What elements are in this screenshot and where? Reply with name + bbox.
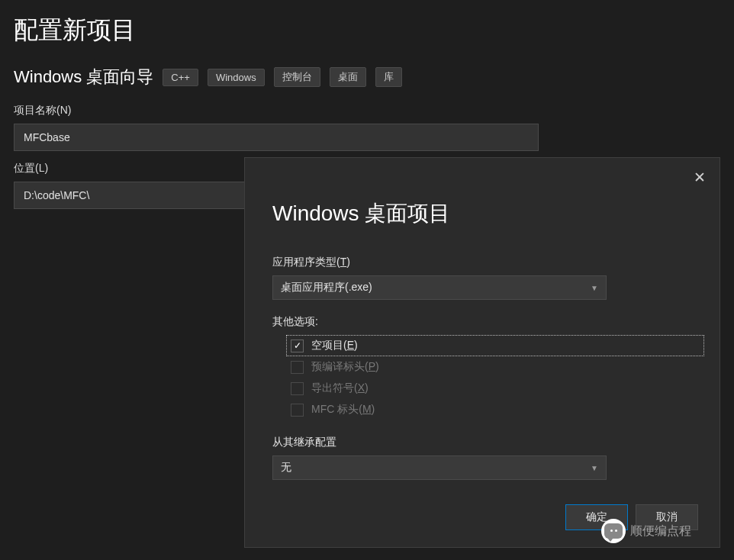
- chevron-down-icon: ▼: [591, 464, 598, 472]
- app-type-dropdown[interactable]: 桌面应用程序(.exe) ▼: [272, 275, 607, 300]
- watermark-text: 顺便编点程: [630, 523, 691, 539]
- other-options-label: 其他选项:: [272, 315, 692, 329]
- checkbox-mfc-header: [291, 404, 304, 417]
- tag-library: 库: [375, 67, 402, 87]
- wechat-icon: [601, 519, 626, 543]
- other-options-group: 空项目(E) 预编译标头(P) 导出符号(X) MFC 标头(M): [286, 335, 692, 420]
- tag-windows: Windows: [208, 69, 265, 86]
- checkbox-row-precompiled-header: 预编译标头(P): [286, 356, 692, 378]
- checkbox-row-export-symbols: 导出符号(X): [286, 378, 692, 399]
- app-type-label: 应用程序类型(T): [272, 256, 692, 269]
- checkbox-label-precompiled-header: 预编译标头(P): [311, 360, 379, 374]
- desktop-project-modal: ✕ Windows 桌面项目 应用程序类型(T) 桌面应用程序(.exe) ▼ …: [244, 157, 720, 548]
- checkbox-export-symbols: [291, 382, 304, 395]
- checkbox-row-mfc-header: MFC 标头(M): [286, 399, 692, 420]
- checkbox-row-empty-project[interactable]: 空项目(E): [286, 335, 704, 356]
- checkbox-label-mfc-header: MFC 标头(M): [311, 403, 375, 417]
- wizard-subtitle: Windows 桌面向导: [14, 66, 153, 89]
- tag-console: 控制台: [274, 67, 320, 87]
- chevron-down-icon: ▼: [591, 284, 598, 292]
- checkbox-label-empty-project: 空项目(E): [311, 339, 358, 352]
- page-title: 配置新项目: [14, 14, 720, 47]
- watermark: 顺便编点程: [601, 519, 691, 543]
- tag-desktop: 桌面: [330, 67, 366, 87]
- checkbox-precompiled-header: [291, 361, 304, 374]
- tag-cpp: C++: [163, 69, 198, 86]
- inherit-config-label: 从其继承配置: [272, 436, 692, 449]
- close-button[interactable]: ✕: [694, 169, 706, 186]
- inherit-config-value: 无: [281, 461, 291, 475]
- project-name-label: 项目名称(N): [14, 104, 720, 117]
- app-type-value: 桌面应用程序(.exe): [281, 281, 372, 294]
- modal-title: Windows 桌面项目: [272, 199, 692, 228]
- subtitle-row: Windows 桌面向导 C++ Windows 控制台 桌面 库: [14, 66, 720, 89]
- project-name-input[interactable]: [14, 124, 539, 151]
- checkbox-label-export-symbols: 导出符号(X): [311, 381, 369, 395]
- checkbox-empty-project[interactable]: [291, 340, 304, 352]
- inherit-config-dropdown[interactable]: 无 ▼: [272, 455, 607, 480]
